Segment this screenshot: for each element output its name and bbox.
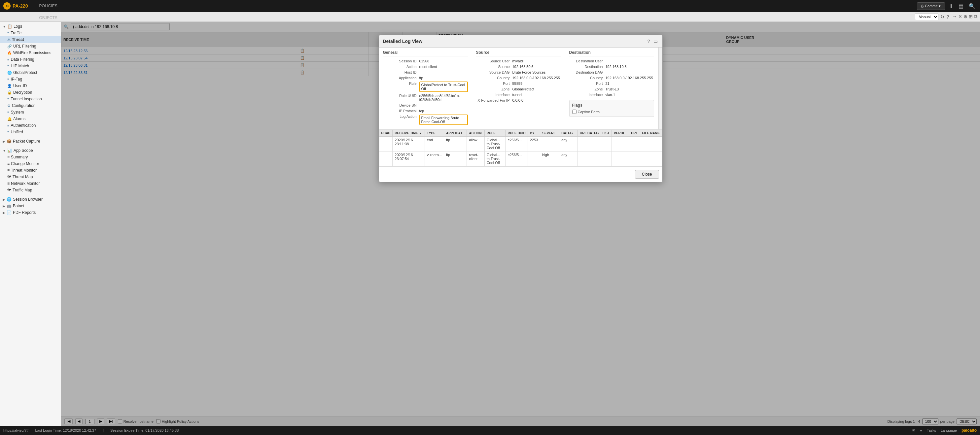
sidebar-item-change-monitor[interactable]: ≡ Change Monitor: [0, 160, 61, 167]
sidebar-pdf-header[interactable]: ▶ 📄 PDF Reports: [0, 209, 61, 216]
mail-icon[interactable]: ✉: [912, 429, 915, 433]
source-user-label: Source User: [476, 59, 512, 63]
destination-section: Destination Destination User Destination…: [565, 48, 659, 129]
modal-cell-urlcat1: [578, 137, 611, 151]
close-nav-icon[interactable]: ✕: [958, 14, 962, 19]
xforward-value: 0.0.0.0: [512, 98, 524, 102]
modal-cell-by2: [528, 151, 540, 166]
sidebar-item-auth[interactable]: ≡ Authentication: [0, 122, 61, 129]
sidebar-botnet-header[interactable]: ▶ 🤖 Botnet: [0, 203, 61, 209]
add-icon[interactable]: ⊕: [964, 14, 967, 19]
sidebar-item-threat[interactable]: ⚠ Threat: [0, 36, 61, 43]
session-id-label: Session ID: [383, 59, 419, 63]
sidebar-item-threat-map[interactable]: 🗺 Threat Map: [0, 174, 61, 180]
source-port-label: Port: [476, 81, 512, 86]
sidebar-item-alarms[interactable]: 🔔 Alarms: [0, 116, 61, 122]
sidebar-appscope-header[interactable]: ▼ 📊 App Scope: [0, 147, 61, 154]
help-icon[interactable]: ?: [946, 14, 949, 19]
sidebar-item-traffic[interactable]: ≡ Traffic: [0, 30, 61, 36]
source-interface-value: tunnel: [512, 93, 522, 97]
modal-close-button[interactable]: Close: [635, 170, 659, 179]
sidebar-item-network-monitor[interactable]: ≡ Network Monitor: [0, 180, 61, 187]
modal-log-table: PCAP RECEIVE TIME ▲ TYPE APPLICAT... ACT…: [379, 130, 662, 166]
sidebar-item-traffic-map[interactable]: 🗺 Traffic Map: [0, 187, 61, 194]
modal-help-icon[interactable]: ?: [647, 38, 651, 44]
sidebar-item-url-filtering[interactable]: 🔗 URL Filtering: [0, 43, 61, 49]
decryption-icon: 🔓: [7, 90, 12, 95]
sidebar-item-decryption[interactable]: 🔓 Decryption: [0, 89, 61, 96]
status-session-expire: Session Expire Time: 01/17/2020 16:45:38: [110, 429, 179, 432]
field-session-id: Session ID 61568: [383, 59, 468, 63]
commit-chevron: ▾: [939, 4, 941, 8]
rule-label: Rule: [383, 81, 419, 92]
modal-col-by: BY...: [528, 130, 540, 137]
modal-col-verdict: VERDI...: [612, 130, 629, 137]
language-label[interactable]: Language: [941, 429, 957, 432]
dest-dag-label: Destination DAG: [569, 70, 606, 74]
sidebar-appscope-label: App Scope: [14, 148, 33, 153]
sidebar-appscope-section: ▼ 📊 App Scope ≡ Summary ≡ Change Monitor…: [0, 146, 61, 195]
sidebar-packet-header[interactable]: ▶ 📦 Packet Capture: [0, 138, 61, 144]
tasks-label[interactable]: Tasks: [927, 429, 936, 432]
modal-minimize-icon[interactable]: ▭: [653, 38, 659, 44]
packet-icon: 📦: [6, 139, 11, 144]
field-dest-zone: Zone Trust-L3: [569, 87, 654, 91]
modal-header: Detailed Log View ? ▭: [379, 35, 662, 48]
appscope-icon: 📊: [7, 148, 12, 153]
sidebar-item-summary[interactable]: ≡ Summary: [0, 154, 61, 160]
sidebar-session-header[interactable]: ▶ 🌐 Session Browser: [0, 196, 61, 203]
commit-button[interactable]: ⎙ Commit ▾: [917, 2, 945, 10]
nav-search-icon[interactable]: 🔍: [967, 2, 977, 10]
sidebar-logs-label: Logs: [14, 24, 22, 29]
sidebar-item-config[interactable]: ⚙ Configuration: [0, 102, 61, 109]
main-layout: ▼ 📋 Logs ≡ Traffic ⚠ Threat 🔗 URL Filter…: [0, 22, 980, 426]
sidebar-item-userid[interactable]: 👤 User-ID: [0, 83, 61, 89]
sidebar-item-tunnel[interactable]: ≡ Tunnel Inspection: [0, 96, 61, 102]
sidebar-item-hip-match[interactable]: ≡ HIP Match: [0, 63, 61, 69]
xforward-label: X-Forwarded-For IP: [476, 98, 512, 102]
dest-interface-label: Interface: [569, 93, 606, 97]
dest-label: Destination: [569, 65, 606, 69]
window-icon[interactable]: ⧉: [974, 14, 977, 19]
sidebar-item-system[interactable]: ≡ System: [0, 109, 61, 116]
nav-policies[interactable]: POLICIES: [34, 0, 69, 12]
sidebar-logs-header[interactable]: ▼ 📋 Logs: [0, 23, 61, 30]
tasks-icon: ≡: [920, 429, 922, 432]
sidebar-item-wildfire[interactable]: 🔥 WildFire Submissions: [0, 49, 61, 56]
sidebar-item-ip-tag[interactable]: ≡ IP-Tag: [0, 76, 61, 83]
dest-port-value: 21: [606, 81, 609, 86]
sidebar-item-globalprotect[interactable]: 🌐 GlobalProtect: [0, 69, 61, 76]
modal-cell-rule2: Global... to Trust-Cool Off: [484, 151, 506, 166]
destination-title: Destination: [569, 50, 654, 56]
traffic-icon: ≡: [7, 31, 9, 35]
grid-icon[interactable]: ⊞: [969, 14, 973, 19]
nav-download-icon[interactable]: ▤: [957, 2, 965, 10]
modal-col-type: TYPE: [425, 130, 444, 137]
sidebar-item-threat-monitor[interactable]: ≡ Threat Monitor: [0, 167, 61, 174]
modal-table-row[interactable]: 2020/12/16 23:11:38 end ftp allow Global…: [379, 137, 662, 151]
modal-cell-severity1: [540, 137, 559, 151]
manual-select[interactable]: Manual: [915, 14, 939, 20]
field-source-user: Source User mivaldi: [476, 59, 561, 63]
sidebar-item-data-filtering[interactable]: ≡ Data Filtering: [0, 56, 61, 63]
logs-expand-icon: ▼: [3, 25, 6, 29]
action-label: Action: [383, 65, 419, 69]
arrow-right-icon[interactable]: →: [952, 14, 957, 19]
nav-upload-icon[interactable]: ⬆: [948, 2, 955, 10]
field-rule: Rule GlobalProtect to Trust-Cool Off: [383, 81, 468, 92]
field-ip-protocol: IP Protocol tcp: [383, 109, 468, 113]
refresh-icon[interactable]: ↻: [940, 14, 944, 19]
source-dag-label: Source DAG: [476, 70, 512, 74]
modal-cell-severity2: high: [540, 151, 559, 166]
captive-portal-checkbox[interactable]: [572, 110, 576, 114]
modal-scrollbar[interactable]: [659, 48, 662, 129]
modal-table-row[interactable]: 2020/12/16 23:07:54 vulnera... ftp reset…: [379, 151, 662, 166]
status-last-login: Last Login Time: 12/18/2020 12:42:37: [35, 429, 96, 432]
dest-value: 192.168.10.8: [606, 65, 627, 69]
modal-cell-time2: 2020/12/16 23:07:54: [393, 151, 425, 166]
modal-cell-app1: ftp: [444, 137, 467, 151]
sidebar-item-unified[interactable]: ≡ Unified: [0, 129, 61, 135]
source-dag-value: Brute Force Sources: [512, 70, 546, 74]
modal-body: General Session ID 61568 Action reset-cl…: [379, 48, 662, 166]
brand-name: PA-220: [13, 3, 28, 9]
